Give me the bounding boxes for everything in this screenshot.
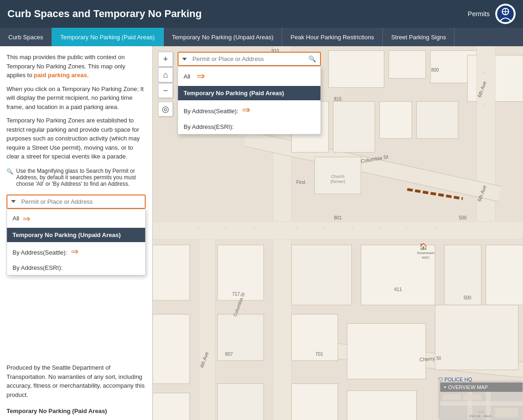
svg-text:→: → [294, 225, 298, 230]
sidebar-para3: Temporary No Parking Zones are establish… [6, 116, 146, 161]
svg-text:←: ← [224, 225, 229, 230]
tab-temp-unpaid[interactable]: Temporary No Parking (Unpaid Areas) [164, 28, 283, 46]
svg-rect-35 [153, 314, 190, 383]
svg-text:801: 801 [334, 215, 342, 220]
map-arrow-all-icon: ⇒ [197, 70, 205, 82]
sidebar-search-row [6, 195, 146, 209]
svg-text:807: 807 [225, 352, 233, 357]
map-dropdown-toggle[interactable] [178, 55, 191, 63]
locate-button[interactable]: ◎ [158, 102, 173, 116]
svg-rect-6 [389, 51, 426, 79]
permits-link[interactable]: Permits [468, 10, 490, 18]
sidebar-search-input[interactable] [19, 195, 145, 208]
map-arrow-seattle-icon: ⇒ [242, 104, 250, 116]
map-search-input[interactable] [191, 53, 305, 65]
main-layout: This map provides the public with contex… [0, 46, 523, 420]
svg-rect-5 [328, 51, 384, 88]
sidebar: This map provides the public with contex… [0, 46, 153, 420]
svg-text:→: → [405, 225, 410, 230]
svg-rect-21 [153, 222, 523, 239]
home-button[interactable]: ⌂ [158, 67, 173, 82]
svg-text:(former): (former) [331, 179, 345, 184]
svg-rect-36 [217, 314, 264, 360]
map-dropdown-temp-paid[interactable]: Temporary No Parking (Paid Areas) [178, 86, 320, 100]
sidebar-para1: This map provides the public with contex… [6, 53, 146, 80]
svg-rect-42 [291, 383, 338, 420]
sidebar-bottom-label: Temporary No Parking (Paid Areas) [6, 404, 146, 416]
svg-rect-40 [153, 393, 190, 420]
sidebar-dropdown-all[interactable]: All ⇒ [7, 209, 145, 228]
sidebar-para2: When you click on a Temporary No Parking… [6, 85, 146, 112]
svg-text:411: 411 [394, 287, 402, 292]
sidebar-dropdown-menu: All ⇒ Temporary No Parking (Unpaid Areas… [6, 209, 146, 275]
sidebar-footer: Produced by the Seattle Department of Tr… [6, 359, 146, 399]
tab-temp-paid[interactable]: Temporary No Parking (Paid Areas) [52, 28, 163, 46]
svg-rect-23 [333, 102, 375, 152]
sidebar-dropdown-by-address-esri[interactable]: By Address(ESRI): [7, 261, 145, 275]
svg-rect-38 [347, 323, 426, 379]
sidebar-dropdown-temp-unpaid[interactable]: Temporary No Parking (Unpaid Areas) [7, 228, 145, 242]
svg-rect-33 [444, 245, 481, 305]
map-container: ↓ ↓ ↓ ↓ ↓ Church [153, 46, 523, 420]
svg-rect-77 [440, 401, 523, 406]
svg-text:ESS Se... Madi...: ESS Se... Madi... [469, 414, 494, 418]
svg-rect-24 [380, 102, 412, 139]
tab-street-signs[interactable]: Street Parking Signs [383, 28, 455, 46]
overview-map: ▾ OVERVIEW MAP ESS Se... Madi... JECT [440, 382, 523, 420]
svg-rect-81 [463, 394, 481, 400]
svg-text:→: → [350, 225, 354, 230]
map-search-button[interactable]: 🔍 [305, 54, 320, 64]
sidebar-chevron-icon [11, 200, 16, 203]
svg-text:↓: ↓ [482, 70, 485, 75]
svg-rect-39 [435, 305, 518, 370]
svg-rect-80 [443, 394, 461, 400]
svg-text:←: ← [197, 225, 201, 230]
header-right: Permits [468, 4, 516, 24]
tab-peak-hour[interactable]: Peak Hour Parking Restrictions [282, 28, 383, 46]
map-chevron-icon [182, 58, 187, 61]
svg-text:500: 500 [459, 215, 467, 220]
svg-text:JECT: JECT [478, 411, 485, 414]
overview-chevron-icon: ▾ [444, 385, 446, 390]
map-search-area: 🔍 All ⇒ Temporary No Parking (Paid Areas… [178, 52, 321, 66]
svg-rect-16 [199, 231, 215, 420]
svg-text:→: → [321, 225, 326, 230]
sidebar-dropdown-toggle[interactable] [7, 197, 19, 206]
overview-header[interactable]: ▾ OVERVIEW MAP [440, 383, 523, 392]
svg-text:800: 800 [431, 67, 439, 73]
svg-rect-13 [477, 46, 495, 231]
svg-text:Church: Church [331, 174, 345, 179]
svg-text:Downtown: Downtown [417, 251, 434, 255]
svg-rect-43 [347, 390, 417, 420]
app-header: Curb Spaces and Temporary No Parking Per… [0, 0, 523, 28]
svg-rect-82 [495, 408, 518, 417]
svg-text:→: → [377, 225, 382, 230]
zoom-out-button[interactable]: − [158, 83, 173, 98]
app-title: Curb Spaces and Temporary No Parking [7, 8, 202, 20]
paid-link[interactable]: paid parking areas. [34, 72, 89, 79]
overview-body: ESS Se... Madi... JECT [440, 392, 523, 420]
search-hint: 🔍 Use the Magnifying glass to Search by … [6, 168, 146, 187]
tab-bar: Curb Spaces Temporary No Parking (Paid A… [0, 28, 523, 46]
map-dropdown-all[interactable]: All ⇒ [178, 67, 320, 86]
svg-text:→: → [433, 225, 437, 230]
sidebar-dropdown-by-address-seattle[interactable]: By Address(Seattle): ⇒ [7, 242, 145, 261]
map-dropdown-by-address-seattle[interactable]: By Address(Seattle): ⇒ [178, 100, 320, 120]
tab-curb-spaces[interactable]: Curb Spaces [0, 28, 52, 46]
arrow-seattle-icon: ⇒ [71, 246, 79, 256]
zoom-in-button[interactable]: + [158, 52, 173, 67]
svg-rect-31 [291, 245, 351, 305]
svg-rect-25 [417, 102, 458, 139]
svg-text:717: 717 [232, 292, 240, 297]
svg-text:🛡 POLICE HQ: 🛡 POLICE HQ [438, 377, 472, 382]
svg-text:500: 500 [464, 295, 472, 300]
svg-text:First: First [296, 180, 306, 185]
map-controls: + ⌂ − ◎ [158, 52, 173, 116]
sidebar-search-container: All ⇒ Temporary No Parking (Unpaid Areas… [6, 192, 146, 209]
svg-text:↓: ↓ [482, 102, 485, 107]
map-dropdown-by-address-esri[interactable]: By Address(ESRI): [178, 120, 320, 134]
svg-rect-34 [486, 245, 523, 305]
svg-text:815: 815 [334, 97, 342, 102]
magnify-icon: 🔍 [6, 168, 13, 175]
map-search-row: 🔍 [178, 52, 321, 66]
